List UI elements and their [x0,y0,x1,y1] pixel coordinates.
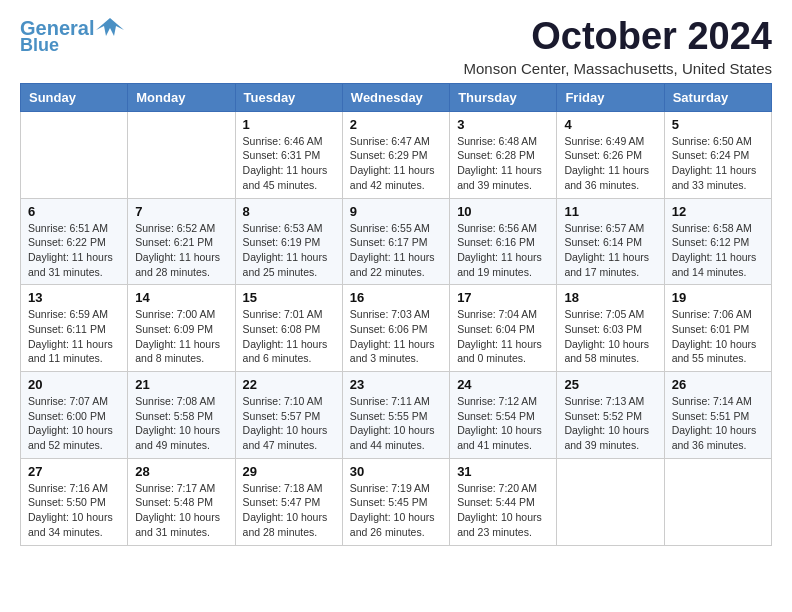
day-number: 14 [135,290,227,305]
day-info: Sunrise: 7:19 AM Sunset: 5:45 PM Dayligh… [350,481,442,540]
day-number: 17 [457,290,549,305]
calendar-cell: 9Sunrise: 6:55 AM Sunset: 6:17 PM Daylig… [342,198,449,285]
calendar-cell: 7Sunrise: 6:52 AM Sunset: 6:21 PM Daylig… [128,198,235,285]
day-number: 21 [135,377,227,392]
logo-bird-icon [96,16,124,40]
calendar-cell: 29Sunrise: 7:18 AM Sunset: 5:47 PM Dayli… [235,458,342,545]
day-number: 12 [672,204,764,219]
day-number: 18 [564,290,656,305]
calendar-cell: 30Sunrise: 7:19 AM Sunset: 5:45 PM Dayli… [342,458,449,545]
day-info: Sunrise: 6:51 AM Sunset: 6:22 PM Dayligh… [28,221,120,280]
day-info: Sunrise: 6:52 AM Sunset: 6:21 PM Dayligh… [135,221,227,280]
day-info: Sunrise: 7:03 AM Sunset: 6:06 PM Dayligh… [350,307,442,366]
logo: General Blue [20,16,124,56]
day-info: Sunrise: 7:18 AM Sunset: 5:47 PM Dayligh… [243,481,335,540]
day-info: Sunrise: 7:14 AM Sunset: 5:51 PM Dayligh… [672,394,764,453]
calendar-cell: 16Sunrise: 7:03 AM Sunset: 6:06 PM Dayli… [342,285,449,372]
day-number: 6 [28,204,120,219]
day-number: 1 [243,117,335,132]
day-number: 5 [672,117,764,132]
day-number: 24 [457,377,549,392]
day-number: 20 [28,377,120,392]
calendar-cell: 28Sunrise: 7:17 AM Sunset: 5:48 PM Dayli… [128,458,235,545]
weekday-header-thursday: Thursday [450,83,557,111]
logo-blue-text: Blue [20,36,59,56]
day-info: Sunrise: 6:47 AM Sunset: 6:29 PM Dayligh… [350,134,442,193]
calendar-cell: 23Sunrise: 7:11 AM Sunset: 5:55 PM Dayli… [342,372,449,459]
calendar-week-row: 1Sunrise: 6:46 AM Sunset: 6:31 PM Daylig… [21,111,772,198]
day-info: Sunrise: 6:46 AM Sunset: 6:31 PM Dayligh… [243,134,335,193]
day-number: 23 [350,377,442,392]
month-title: October 2024 [464,16,773,58]
calendar-cell: 12Sunrise: 6:58 AM Sunset: 6:12 PM Dayli… [664,198,771,285]
day-info: Sunrise: 7:07 AM Sunset: 6:00 PM Dayligh… [28,394,120,453]
calendar-cell: 20Sunrise: 7:07 AM Sunset: 6:00 PM Dayli… [21,372,128,459]
day-info: Sunrise: 7:10 AM Sunset: 5:57 PM Dayligh… [243,394,335,453]
day-info: Sunrise: 6:55 AM Sunset: 6:17 PM Dayligh… [350,221,442,280]
calendar-cell: 3Sunrise: 6:48 AM Sunset: 6:28 PM Daylig… [450,111,557,198]
calendar-week-row: 27Sunrise: 7:16 AM Sunset: 5:50 PM Dayli… [21,458,772,545]
weekday-header-friday: Friday [557,83,664,111]
weekday-header-saturday: Saturday [664,83,771,111]
calendar-week-row: 20Sunrise: 7:07 AM Sunset: 6:00 PM Dayli… [21,372,772,459]
day-info: Sunrise: 7:13 AM Sunset: 5:52 PM Dayligh… [564,394,656,453]
day-number: 9 [350,204,442,219]
weekday-header-monday: Monday [128,83,235,111]
page-header: General Blue October 2024 Monson Center,… [20,16,772,77]
calendar-cell: 19Sunrise: 7:06 AM Sunset: 6:01 PM Dayli… [664,285,771,372]
day-number: 8 [243,204,335,219]
day-number: 31 [457,464,549,479]
weekday-header-tuesday: Tuesday [235,83,342,111]
day-number: 10 [457,204,549,219]
calendar-cell: 18Sunrise: 7:05 AM Sunset: 6:03 PM Dayli… [557,285,664,372]
day-info: Sunrise: 6:50 AM Sunset: 6:24 PM Dayligh… [672,134,764,193]
day-info: Sunrise: 6:53 AM Sunset: 6:19 PM Dayligh… [243,221,335,280]
title-area: October 2024 Monson Center, Massachusett… [464,16,773,77]
calendar-table: SundayMondayTuesdayWednesdayThursdayFrid… [20,83,772,546]
day-number: 4 [564,117,656,132]
calendar-cell: 22Sunrise: 7:10 AM Sunset: 5:57 PM Dayli… [235,372,342,459]
location-title: Monson Center, Massachusetts, United Sta… [464,60,773,77]
calendar-cell: 27Sunrise: 7:16 AM Sunset: 5:50 PM Dayli… [21,458,128,545]
calendar-cell: 4Sunrise: 6:49 AM Sunset: 6:26 PM Daylig… [557,111,664,198]
calendar-cell: 26Sunrise: 7:14 AM Sunset: 5:51 PM Dayli… [664,372,771,459]
day-info: Sunrise: 7:11 AM Sunset: 5:55 PM Dayligh… [350,394,442,453]
day-number: 27 [28,464,120,479]
day-info: Sunrise: 6:57 AM Sunset: 6:14 PM Dayligh… [564,221,656,280]
calendar-cell: 13Sunrise: 6:59 AM Sunset: 6:11 PM Dayli… [21,285,128,372]
day-info: Sunrise: 7:12 AM Sunset: 5:54 PM Dayligh… [457,394,549,453]
day-info: Sunrise: 7:05 AM Sunset: 6:03 PM Dayligh… [564,307,656,366]
calendar-cell: 6Sunrise: 6:51 AM Sunset: 6:22 PM Daylig… [21,198,128,285]
day-info: Sunrise: 7:20 AM Sunset: 5:44 PM Dayligh… [457,481,549,540]
calendar-cell [557,458,664,545]
day-number: 25 [564,377,656,392]
calendar-cell: 21Sunrise: 7:08 AM Sunset: 5:58 PM Dayli… [128,372,235,459]
day-number: 13 [28,290,120,305]
calendar-cell [664,458,771,545]
day-info: Sunrise: 7:08 AM Sunset: 5:58 PM Dayligh… [135,394,227,453]
calendar-cell: 25Sunrise: 7:13 AM Sunset: 5:52 PM Dayli… [557,372,664,459]
day-info: Sunrise: 7:00 AM Sunset: 6:09 PM Dayligh… [135,307,227,366]
calendar-cell: 1Sunrise: 6:46 AM Sunset: 6:31 PM Daylig… [235,111,342,198]
day-number: 3 [457,117,549,132]
day-info: Sunrise: 6:58 AM Sunset: 6:12 PM Dayligh… [672,221,764,280]
calendar-cell: 17Sunrise: 7:04 AM Sunset: 6:04 PM Dayli… [450,285,557,372]
calendar-cell: 2Sunrise: 6:47 AM Sunset: 6:29 PM Daylig… [342,111,449,198]
weekday-header-sunday: Sunday [21,83,128,111]
day-number: 30 [350,464,442,479]
calendar-cell [128,111,235,198]
day-info: Sunrise: 6:48 AM Sunset: 6:28 PM Dayligh… [457,134,549,193]
day-number: 7 [135,204,227,219]
day-info: Sunrise: 7:17 AM Sunset: 5:48 PM Dayligh… [135,481,227,540]
day-info: Sunrise: 7:01 AM Sunset: 6:08 PM Dayligh… [243,307,335,366]
calendar-cell: 11Sunrise: 6:57 AM Sunset: 6:14 PM Dayli… [557,198,664,285]
day-number: 2 [350,117,442,132]
day-info: Sunrise: 7:06 AM Sunset: 6:01 PM Dayligh… [672,307,764,366]
calendar-week-row: 13Sunrise: 6:59 AM Sunset: 6:11 PM Dayli… [21,285,772,372]
calendar-cell: 14Sunrise: 7:00 AM Sunset: 6:09 PM Dayli… [128,285,235,372]
day-number: 28 [135,464,227,479]
day-number: 26 [672,377,764,392]
calendar-cell: 8Sunrise: 6:53 AM Sunset: 6:19 PM Daylig… [235,198,342,285]
day-number: 16 [350,290,442,305]
calendar-week-row: 6Sunrise: 6:51 AM Sunset: 6:22 PM Daylig… [21,198,772,285]
